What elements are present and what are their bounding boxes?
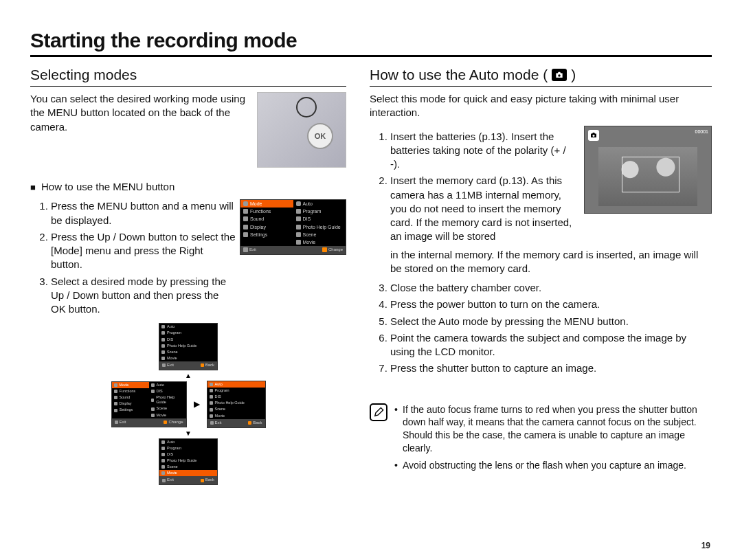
menu-subheading: ■ How to use the MENU button — [30, 180, 346, 194]
left-heading-rule — [30, 86, 346, 87]
menu-step-1: Press the MENU button and a menu will be… — [51, 199, 236, 227]
mode-option-auto: Auto — [293, 200, 346, 208]
note-1: If the auto focus frame turns to red whe… — [394, 403, 712, 456]
arrow-right-icon: ▶ — [192, 399, 201, 409]
left-heading: Selecting modes — [30, 67, 346, 83]
menu-screenshot-main: Mode Functions Sound Display Settings Au… — [240, 199, 346, 254]
auto-step-6: Point the camera towards the subject and… — [390, 331, 712, 359]
menu-step-3: Select a desired mode by pressing the Up… — [51, 275, 236, 317]
lcd-preview-image: 00001 — [584, 126, 712, 214]
right-heading: How to use the Auto mode ( ) — [370, 67, 712, 83]
menu-item-settings: Settings — [240, 231, 293, 238]
left-intro-text: You can select the desired working mode … — [30, 92, 247, 134]
right-heading-rule — [370, 86, 712, 87]
left-column: Selecting modes You can select the desir… — [30, 67, 346, 485]
auto-mode-steps-rest: Close the battery chamber cover. Press t… — [370, 281, 712, 376]
square-bullet-icon: ■ — [30, 182, 36, 192]
note-icon — [370, 403, 387, 421]
svg-point-1 — [593, 135, 595, 137]
menu-flow-diagram: Auto Program DIS Photo Help Guide Scene … — [30, 323, 346, 485]
mode-option-photohelp: Photo Help Guide — [293, 223, 346, 231]
lcd-counter: 00001 — [695, 129, 708, 134]
note-list: If the auto focus frame turns to red whe… — [394, 403, 712, 476]
menu-item-mode: Mode — [240, 200, 293, 208]
page-title: Starting the recording mode — [30, 29, 712, 52]
flow-screen-bottom: Auto Program DIS Photo Help Guide Scene … — [159, 438, 218, 486]
right-intro-text: Select this mode for quick and easy pict… — [370, 92, 712, 120]
menu-step-2: Press the Up / Down button to select the… — [51, 230, 236, 272]
auto-step-3: Close the battery chamber cover. — [390, 281, 712, 295]
manual-page: Starting the recording mode Selecting mo… — [0, 0, 742, 560]
menu-howto-block: Press the MENU button and a menu will be… — [30, 199, 346, 316]
camera-back-image — [257, 92, 346, 168]
mode-option-dis: DIS — [293, 215, 346, 223]
arrow-down-icon-2: ▼ — [185, 429, 192, 437]
arrow-down-icon: ▲ — [185, 372, 192, 379]
autofocus-frame — [622, 157, 679, 192]
title-rule — [30, 55, 712, 57]
menu-item-functions: Functions — [240, 208, 293, 215]
mode-option-movie: Movie — [293, 238, 346, 246]
page-number: 19 — [701, 541, 710, 550]
auto-mode-steps-top: Insert the batteries (p.13). Insert the … — [370, 126, 712, 248]
menu-steps: Press the MENU button and a menu will be… — [30, 199, 236, 316]
flow-screen-left: Mode Functions Sound Display Settings Au… — [111, 381, 187, 427]
auto-step-2-continuation: in the internal memory. If the memory ca… — [370, 248, 712, 276]
menu-item-sound: Sound — [240, 215, 293, 223]
selecting-modes-intro: You can select the desired working mode … — [30, 92, 346, 168]
auto-step-7: Press the shutter button to capture an i… — [390, 361, 712, 375]
mode-option-program: Program — [293, 208, 346, 215]
auto-step-5: Select the Auto mode by pressing the MEN… — [390, 315, 712, 328]
right-column: How to use the Auto mode ( ) Select this… — [370, 67, 712, 485]
camera-auto-icon — [552, 69, 567, 81]
note-2: Avoid obstructing the lens or the flash … — [394, 459, 712, 472]
flow-screen-top: Auto Program DIS Photo Help Guide Scene … — [159, 323, 218, 370]
mode-option-scene: Scene — [293, 231, 346, 238]
auto-step-2: Insert the memory card (p.13). As this c… — [390, 174, 574, 243]
auto-step-4: Press the power button to turn on the ca… — [390, 298, 712, 311]
menu-footer: Exit Change — [240, 246, 346, 254]
flow-screen-center: Auto Program DIS Photo Help Guide Scene … — [207, 381, 266, 428]
menu-item-display: Display — [240, 223, 293, 231]
auto-step-1: Insert the batteries (p.13). Insert the … — [390, 130, 574, 172]
auto-mode-steps-1-2: Insert the batteries (p.13). Insert the … — [370, 130, 574, 244]
two-column-layout: Selecting modes You can select the desir… — [30, 67, 712, 485]
note-box: If the auto focus frame turns to red whe… — [370, 403, 712, 476]
svg-point-0 — [558, 74, 561, 77]
